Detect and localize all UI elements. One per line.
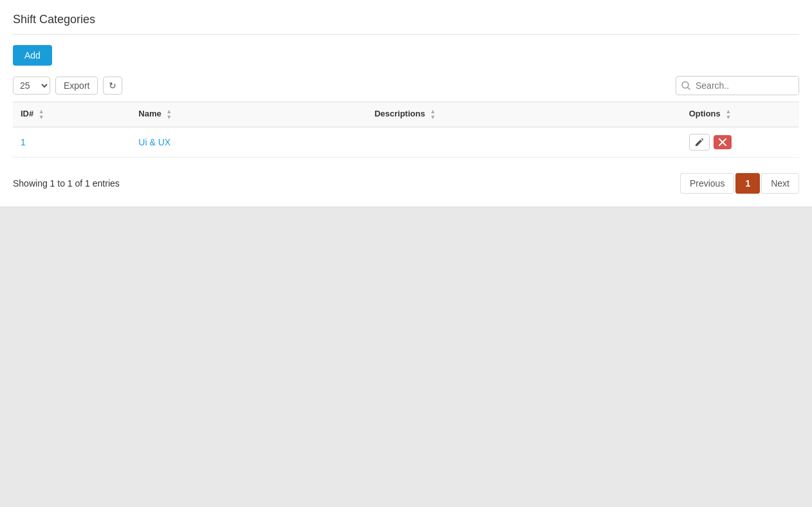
search-icon (676, 77, 696, 94)
table-header-row: ID# ▲▼ Name ▲▼ Descriptions ▲▼ Options ▲… (13, 102, 799, 127)
showing-suffix: entries (90, 178, 120, 189)
col-header-descriptions[interactable]: Descriptions ▲▼ (367, 102, 681, 127)
col-header-options[interactable]: Options ▲▼ (681, 102, 799, 127)
col-header-name-label: Name (138, 109, 161, 118)
svg-line-1 (688, 88, 690, 89)
name-link[interactable]: Ui & UX (138, 137, 171, 147)
col-header-options-label: Options (689, 109, 721, 118)
col-header-id[interactable]: ID# ▲▼ (13, 102, 131, 127)
page-title: Shift Categories (13, 13, 799, 35)
pagination-area: Showing 1 to 1 of 1 entries Previous 1 N… (13, 168, 799, 194)
current-page-button[interactable]: 1 (735, 173, 760, 194)
showing-range: 1 to 1 (50, 178, 73, 189)
showing-middle: of (73, 178, 85, 189)
table-body: 1 Ui & UX (13, 127, 799, 158)
id-link[interactable]: 1 (21, 137, 26, 147)
showing-text: Showing 1 to 1 of 1 entries (13, 178, 120, 189)
export-button[interactable]: Export (55, 77, 98, 95)
next-button[interactable]: Next (761, 173, 799, 194)
previous-button[interactable]: Previous (680, 173, 734, 194)
refresh-icon: ↻ (109, 80, 116, 91)
col-header-id-label: ID# (21, 109, 33, 118)
cell-descriptions (367, 127, 681, 158)
per-page-select[interactable]: 10 25 50 100 (13, 77, 50, 95)
cell-options (681, 127, 799, 158)
refresh-button[interactable]: ↻ (103, 77, 122, 95)
table-row: 1 Ui & UX (13, 127, 799, 158)
showing-prefix: Showing (13, 178, 50, 189)
search-box (676, 76, 799, 95)
sort-icon-descriptions: ▲▼ (430, 109, 436, 120)
sort-icon-name: ▲▼ (166, 109, 172, 120)
col-header-name[interactable]: Name ▲▼ (131, 102, 367, 127)
gray-area (0, 207, 812, 477)
search-input[interactable] (696, 77, 798, 95)
toolbar: 10 25 50 100 Export ↻ (13, 76, 799, 95)
delete-button[interactable] (714, 135, 732, 149)
add-button[interactable]: Add (13, 45, 52, 66)
toolbar-left: 10 25 50 100 Export ↻ (13, 77, 122, 95)
pagination-buttons: Previous 1 Next (680, 173, 799, 194)
cell-name: Ui & UX (131, 127, 367, 158)
data-table: ID# ▲▼ Name ▲▼ Descriptions ▲▼ Options ▲… (13, 102, 799, 158)
edit-button[interactable] (689, 134, 710, 151)
options-cell (689, 134, 791, 151)
sort-icon-id: ▲▼ (39, 109, 44, 120)
showing-total: 1 (85, 178, 90, 189)
sort-icon-options: ▲▼ (725, 109, 731, 120)
col-header-descriptions-label: Descriptions (374, 109, 425, 118)
edit-icon (695, 138, 704, 147)
delete-icon (719, 138, 726, 146)
cell-id: 1 (13, 127, 131, 158)
